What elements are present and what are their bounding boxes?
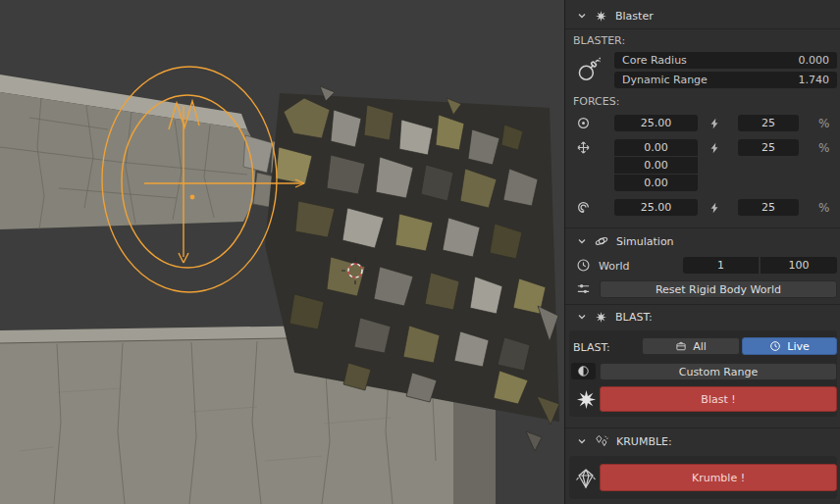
chevron-down-icon[interactable] xyxy=(577,436,587,446)
custom-range-toggle[interactable] xyxy=(571,363,596,379)
contrast-icon xyxy=(577,365,590,378)
force3-value-field[interactable]: 25.00 xyxy=(614,199,698,216)
krumble-shards-icon xyxy=(595,434,608,448)
force1-value-field[interactable]: 25.00 xyxy=(614,115,698,131)
force1-value: 25.00 xyxy=(641,117,672,129)
chevron-down-icon[interactable] xyxy=(577,236,587,246)
blast-all-label: All xyxy=(693,340,707,353)
physics-icon xyxy=(595,234,608,248)
krumble-gem-icon xyxy=(572,465,599,491)
blast-button[interactable]: Blast ! xyxy=(600,386,837,412)
custom-range-button[interactable]: Custom Range xyxy=(600,363,837,380)
custom-range-label: Custom Range xyxy=(679,366,759,378)
blast-star-icon xyxy=(595,311,607,324)
blast-button-label: Blast ! xyxy=(701,393,735,406)
blast-live-label: Live xyxy=(787,340,809,353)
animate-decorator-icon[interactable] xyxy=(708,117,721,130)
percent-icon: % xyxy=(818,117,829,130)
chevron-down-icon[interactable] xyxy=(577,11,587,21)
vortex-force-icon xyxy=(575,199,592,216)
clock-icon xyxy=(575,257,592,274)
addon-sidebar-panel: Blaster BLASTER: Core Radius 0.000 Dynam… xyxy=(564,0,840,504)
force2-percent: 25 xyxy=(761,141,775,154)
animate-decorator-icon[interactable] xyxy=(708,141,721,155)
archive-box-icon xyxy=(675,340,687,352)
force2-y-value: 0.00 xyxy=(644,159,668,172)
blast-burst-icon xyxy=(573,386,599,412)
simulation-section-title: Simulation xyxy=(616,235,674,248)
simulation-section-header[interactable]: Simulation xyxy=(577,232,674,250)
separator xyxy=(565,227,840,228)
force2-z-field[interactable]: 0.00 xyxy=(614,175,698,191)
force2-percent-field[interactable]: 25 xyxy=(738,139,799,156)
force1-percent-field[interactable]: 25 xyxy=(738,115,799,131)
frame-end-field[interactable]: 100 xyxy=(761,257,837,274)
force2-x-field[interactable]: 0.00 xyxy=(614,139,698,156)
rigid-body-settings-icon xyxy=(575,280,592,297)
chevron-down-icon[interactable] xyxy=(577,312,587,322)
bomb-icon xyxy=(573,51,603,88)
animate-decorator-icon[interactable] xyxy=(708,201,721,215)
core-radius-label: Core Radius xyxy=(622,54,687,67)
core-radius-value: 0.000 xyxy=(799,54,830,67)
world-label: World xyxy=(599,260,630,273)
krumble-button-label: Krumble ! xyxy=(692,472,745,484)
separator xyxy=(565,28,840,29)
forces-section-label: FORCES: xyxy=(573,95,619,108)
frame-start-value: 1 xyxy=(717,259,724,272)
krumble-section-title: KRUMBLE: xyxy=(616,435,672,448)
percent-icon: % xyxy=(818,201,829,215)
viewport-3d[interactable] xyxy=(0,0,564,504)
clock-icon xyxy=(769,340,781,352)
force3-value: 25.00 xyxy=(641,201,672,214)
blast-section-title: BLAST: xyxy=(615,311,653,324)
blaster-star-icon xyxy=(595,10,607,23)
percent-icon: % xyxy=(818,141,829,155)
core-radius-slider[interactable]: Core Radius 0.000 xyxy=(614,52,837,69)
blast-row-label: BLAST: xyxy=(573,341,610,354)
separator xyxy=(565,304,840,305)
force2-x-value: 0.00 xyxy=(644,141,668,154)
reset-rigid-body-world-button[interactable]: Reset Rigid Body World xyxy=(600,280,837,298)
directional-force-icon xyxy=(575,139,592,156)
blaster-panel-title: Blaster xyxy=(615,10,654,23)
force3-percent-field[interactable]: 25 xyxy=(738,199,799,216)
force3-percent: 25 xyxy=(761,201,775,214)
separator xyxy=(565,428,840,428)
reset-rigid-body-world-label: Reset Rigid Body World xyxy=(656,283,781,296)
blast-section-header[interactable]: BLAST: xyxy=(577,308,653,326)
point-force-icon xyxy=(575,115,592,131)
krumble-section-header[interactable]: KRUMBLE: xyxy=(577,432,672,450)
frame-start-field[interactable]: 1 xyxy=(683,257,759,274)
dynamic-range-label: Dynamic Range xyxy=(622,74,708,86)
force2-z-value: 0.00 xyxy=(644,176,668,189)
force1-percent: 25 xyxy=(761,117,775,129)
blaster-section-label: BLASTER: xyxy=(573,34,625,47)
blaster-panel-header[interactable]: Blaster xyxy=(577,7,654,25)
dynamic-range-value: 1.740 xyxy=(799,74,830,86)
force2-y-field[interactable]: 0.00 xyxy=(614,157,698,174)
blast-all-button[interactable]: All xyxy=(642,337,740,355)
blast-live-button[interactable]: Live xyxy=(742,337,837,355)
frame-end-value: 100 xyxy=(789,259,810,272)
krumble-button[interactable]: Krumble ! xyxy=(600,464,837,491)
dynamic-range-slider[interactable]: Dynamic Range 1.740 xyxy=(614,72,837,88)
